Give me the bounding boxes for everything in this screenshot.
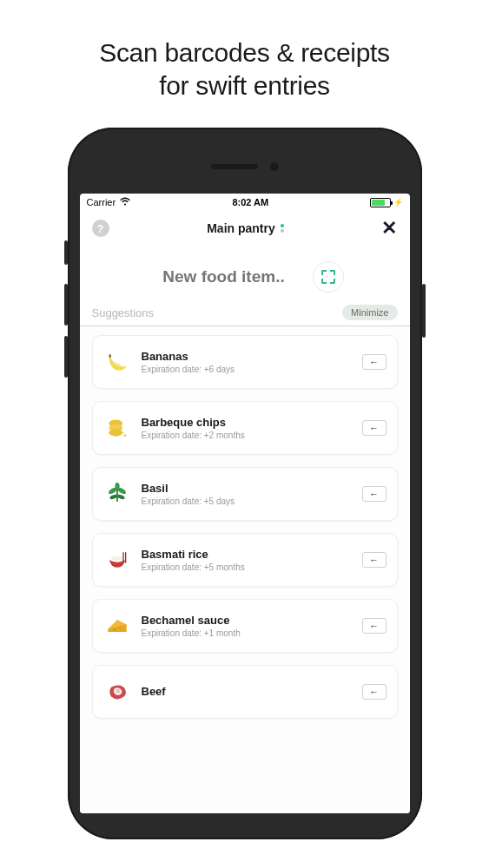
wifi-icon xyxy=(119,196,131,208)
promo-line-2: for swift entries xyxy=(159,71,330,100)
add-item-button[interactable]: ← xyxy=(362,486,387,502)
suggestions-label: Suggestions xyxy=(92,306,155,319)
arrow-left-icon: ← xyxy=(369,687,379,697)
promo-headline: Scan barcodes & receipts for swift entri… xyxy=(0,0,489,128)
phone-notch xyxy=(80,140,410,194)
status-bar: Carrier 8:02 AM ⚡ xyxy=(80,194,410,211)
header-title-wrap[interactable]: Main pantry xyxy=(207,221,284,235)
svg-point-18 xyxy=(116,689,120,693)
food-name: Beef xyxy=(142,685,352,698)
svg-point-5 xyxy=(122,431,124,433)
food-expiration: Expiration date: +5 days xyxy=(142,496,352,506)
food-name: Bananas xyxy=(142,350,352,363)
food-info: Beef xyxy=(142,685,352,700)
food-info: Bananas Expiration date: +6 days xyxy=(142,350,352,374)
new-item-input[interactable] xyxy=(146,267,302,286)
svg-point-8 xyxy=(109,494,117,500)
svg-point-17 xyxy=(122,629,124,631)
clock: 8:02 AM xyxy=(232,197,268,207)
food-expiration: Expiration date: +1 month xyxy=(142,628,352,638)
pantry-dots-icon xyxy=(281,224,284,233)
status-right: ⚡ xyxy=(370,198,403,207)
charging-icon: ⚡ xyxy=(393,198,403,207)
add-item-button[interactable]: ← xyxy=(362,618,387,634)
phone-screen: Carrier 8:02 AM ⚡ ? Main pantry xyxy=(80,194,410,813)
phone-speaker xyxy=(211,164,258,169)
add-item-button[interactable]: ← xyxy=(362,420,387,436)
svg-point-9 xyxy=(116,494,125,500)
suggestions-list[interactable]: Bananas Expiration date: +6 days ← Barbe… xyxy=(80,326,410,813)
carrier-label: Carrier xyxy=(87,197,116,207)
close-button[interactable]: ✕ xyxy=(381,217,397,240)
food-name: Basil xyxy=(142,482,352,495)
food-expiration: Expiration date: +6 days xyxy=(142,365,352,374)
promo-line-1: Scan barcodes & receipts xyxy=(99,38,390,67)
phone-volume-up xyxy=(64,284,68,326)
add-item-button[interactable]: ← xyxy=(362,552,387,568)
food-name: Bechamel sauce xyxy=(142,614,352,627)
new-item-row xyxy=(80,246,410,305)
scan-button[interactable] xyxy=(313,261,344,293)
phone-mute-switch xyxy=(64,240,68,265)
arrow-left-icon: ← xyxy=(369,423,379,433)
suggestions-header: Suggestions Minimize xyxy=(80,305,410,326)
arrow-left-icon: ← xyxy=(369,555,379,565)
svg-point-12 xyxy=(111,556,123,561)
phone-power-button xyxy=(422,284,426,338)
chips-icon xyxy=(103,414,131,442)
scan-icon xyxy=(321,270,335,284)
add-item-button[interactable]: ← xyxy=(362,354,387,370)
rice-bowl-icon xyxy=(103,546,131,574)
svg-point-4 xyxy=(123,434,126,437)
arrow-left-icon: ← xyxy=(369,357,379,367)
food-expiration: Expiration date: +5 months xyxy=(142,562,352,572)
battery-icon xyxy=(370,198,391,207)
battery-fill xyxy=(372,200,385,206)
add-item-button[interactable]: ← xyxy=(362,684,387,700)
food-info: Barbeque chips Expiration date: +2 month… xyxy=(142,416,352,440)
list-item[interactable]: Bananas Expiration date: +6 days ← xyxy=(92,335,398,389)
list-item[interactable]: Basil Expiration date: +5 days ← xyxy=(92,467,398,521)
phone-camera xyxy=(270,162,279,171)
arrow-left-icon: ← xyxy=(369,621,379,631)
food-info: Basil Expiration date: +5 days xyxy=(142,482,352,506)
help-icon[interactable]: ? xyxy=(92,220,109,237)
food-name: Basmati rice xyxy=(142,548,352,561)
basil-icon xyxy=(103,480,131,508)
phone-frame: Carrier 8:02 AM ⚡ ? Main pantry xyxy=(68,128,422,839)
arrow-left-icon: ← xyxy=(369,489,379,499)
food-name: Barbeque chips xyxy=(142,416,352,429)
list-item[interactable]: Basmati rice Expiration date: +5 months … xyxy=(92,533,398,587)
food-info: Bechamel sauce Expiration date: +1 month xyxy=(142,614,352,638)
minimize-button[interactable]: Minimize xyxy=(342,305,397,320)
food-expiration: Expiration date: +2 months xyxy=(142,431,352,440)
svg-point-15 xyxy=(113,628,116,631)
phone-volume-down xyxy=(64,336,68,378)
steak-icon xyxy=(103,678,131,706)
svg-point-3 xyxy=(109,429,122,437)
svg-point-10 xyxy=(115,483,119,490)
app-header: ? Main pantry ✕ xyxy=(80,211,410,246)
food-info: Basmati rice Expiration date: +5 months xyxy=(142,548,352,572)
list-item[interactable]: Beef ← xyxy=(92,665,398,719)
svg-rect-0 xyxy=(109,354,111,358)
status-left: Carrier xyxy=(87,196,132,208)
cheese-icon xyxy=(103,612,131,640)
page-title: Main pantry xyxy=(207,221,275,235)
banana-icon xyxy=(103,348,131,376)
list-item[interactable]: Barbeque chips Expiration date: +2 month… xyxy=(92,401,398,455)
svg-point-16 xyxy=(119,628,121,629)
list-item[interactable]: Bechamel sauce Expiration date: +1 month… xyxy=(92,599,398,653)
